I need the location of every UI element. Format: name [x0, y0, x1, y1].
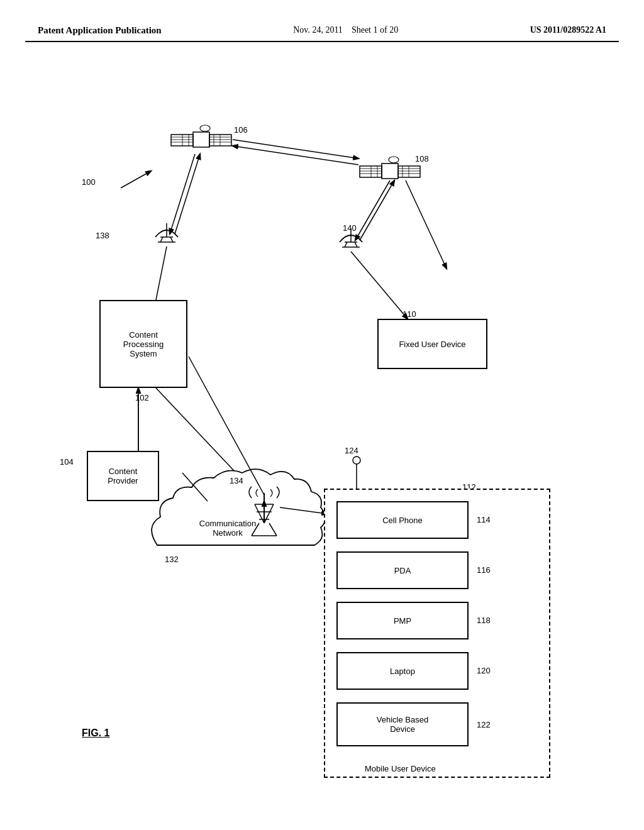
svg-line-62 [280, 507, 327, 514]
content-provider-box: Content Provider [87, 451, 159, 501]
laptop-label: Laptop [390, 667, 415, 676]
content-provider-label: Content Provider [108, 467, 138, 485]
svg-point-28 [389, 157, 399, 163]
svg-line-33 [175, 154, 200, 234]
pda-box: PDA [336, 551, 469, 589]
label-140: 140 [343, 223, 357, 233]
label-132: 132 [165, 555, 179, 564]
pmp-box: PMP [336, 602, 469, 639]
svg-line-50 [156, 388, 239, 476]
svg-line-63 [189, 357, 264, 495]
svg-line-36 [406, 180, 447, 268]
svg-line-48 [351, 252, 408, 319]
date-sheet: Nov. 24, 2011 Sheet 1 of 20 [293, 25, 398, 35]
satellite-106 [171, 125, 231, 147]
communication-network-label: CommunicationNetwork [184, 519, 272, 538]
label-116: 116 [477, 565, 491, 575]
content-processing-label: Content Processing System [123, 330, 164, 358]
fig-label: FIG. 1 [82, 728, 109, 739]
svg-rect-22 [398, 166, 420, 177]
svg-line-52 [182, 473, 208, 501]
label-100: 100 [82, 177, 96, 187]
cell-phone-label: Cell Phone [382, 516, 423, 525]
svg-line-32 [170, 154, 195, 234]
laptop-box: Laptop [336, 652, 469, 690]
label-106: 106 [234, 125, 248, 135]
patent-diagram: 100 106 108 138 140 110 Content Processi… [0, 48, 644, 803]
svg-rect-15 [360, 166, 382, 177]
page-header: Patent Application Publication Nov. 24, … [0, 0, 644, 36]
header-divider [25, 41, 619, 42]
svg-rect-21 [382, 163, 398, 179]
label-108: 108 [415, 154, 429, 163]
svg-line-47 [156, 246, 167, 300]
label-122: 122 [477, 720, 491, 729]
vehicle-based-device-label: Vehicle Based Device [377, 715, 428, 734]
label-124: 124 [345, 446, 358, 455]
pmp-label: PMP [394, 616, 411, 626]
svg-rect-7 [209, 135, 231, 146]
patent-number: US 2011/0289522 A1 [530, 25, 606, 35]
label-134: 134 [230, 476, 243, 485]
satellite-108 [360, 157, 420, 179]
svg-line-44 [345, 242, 347, 247]
patent-title: Patent Application Publication [38, 25, 162, 36]
svg-line-45 [355, 242, 357, 247]
svg-line-34 [355, 180, 390, 240]
label-104: 104 [60, 457, 74, 467]
svg-rect-0 [171, 135, 193, 146]
fixed-user-device-label: Fixed User Device [399, 340, 465, 349]
svg-line-35 [360, 180, 394, 240]
label-120: 120 [477, 666, 491, 675]
svg-line-40 [170, 237, 173, 242]
mobile-user-device-label: Mobile User Device [365, 764, 436, 773]
pda-label: PDA [394, 566, 411, 575]
svg-point-64 [353, 456, 360, 464]
fixed-user-device-box: Fixed User Device [377, 319, 487, 369]
cell-phone-box: Cell Phone [336, 501, 469, 539]
svg-line-31 [233, 146, 358, 165]
content-processing-system-box: Content Processing System [99, 300, 187, 388]
date: Nov. 24, 2011 [293, 25, 343, 35]
label-102: 102 [135, 393, 149, 402]
label-138: 138 [96, 231, 109, 240]
sheet: Sheet 1 of 20 [352, 25, 398, 35]
svg-line-29 [121, 171, 151, 188]
label-110: 110 [402, 309, 416, 319]
svg-line-30 [233, 140, 358, 158]
label-118: 118 [477, 616, 491, 625]
svg-point-13 [200, 125, 210, 131]
svg-line-39 [160, 237, 163, 242]
label-114: 114 [477, 515, 491, 524]
svg-rect-6 [193, 132, 209, 147]
vehicle-based-device-box: Vehicle Based Device [336, 702, 469, 746]
